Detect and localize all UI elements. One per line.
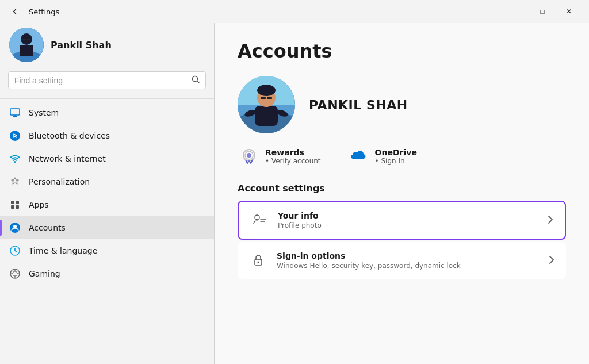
svg-rect-6 [27,39,30,40]
search-input[interactable] [14,76,187,85]
rewards-sub: Verify account [265,157,321,165]
svg-point-19 [13,225,17,228]
maximize-button[interactable]: □ [529,3,556,20]
your-info-title: Your info [278,211,538,220]
personalization-label: Personalization [29,177,90,186]
accounts-icon [9,222,21,233]
bluetooth-label: Bluetooth & devices [29,131,110,140]
nav-divider-top [0,98,214,99]
rewards-service[interactable]: Rewards Verify account [240,147,321,166]
search-box [8,71,206,89]
rewards-icon [240,147,258,166]
sidebar: Pankil Shah [0,23,214,364]
search-icon [192,75,200,85]
account-avatar [238,76,295,133]
svg-rect-39 [267,97,272,99]
app-body: Pankil Shah [0,23,589,364]
time-icon [9,245,21,256]
personalization-icon [9,176,21,187]
account-settings-section: Account settings Your info Profil [238,183,566,279]
your-info-card: Your info Profile photo [238,201,566,240]
sidebar-item-time[interactable]: Time & language [0,239,214,262]
gaming-icon [9,268,21,279]
svg-point-12 [10,131,20,141]
bluetooth-icon [9,130,21,141]
sidebar-item-bluetooth[interactable]: Bluetooth & devices [0,124,214,147]
your-info-row[interactable]: Your info Profile photo [239,202,565,239]
sign-in-chevron [549,255,554,266]
svg-rect-15 [16,201,19,204]
account-card: PANKIL SHAH [238,76,566,133]
page-title: Accounts [238,40,566,62]
svg-rect-38 [261,97,266,99]
accounts-label: Accounts [29,223,66,232]
sidebar-profile: Pankil Shah [0,23,214,71]
svg-rect-17 [16,205,19,209]
apps-icon [9,199,21,210]
system-icon [9,107,21,118]
account-name: PANKIL SHAH [309,98,408,112]
svg-point-46 [255,215,259,220]
sidebar-item-apps[interactable]: Apps [0,193,214,216]
svg-point-50 [258,262,259,263]
sign-in-title: Sign-in options [277,251,540,260]
onedrive-service[interactable]: OneDrive Sign In [350,147,417,166]
svg-line-22 [15,251,17,252]
svg-rect-14 [11,201,14,204]
sidebar-username: Pankil Shah [51,40,112,51]
sign-in-row[interactable]: Sign-in options Windows Hello, security … [238,242,566,279]
sign-in-sub: Windows Hello, security key, password, d… [277,262,540,270]
gaming-label: Gaming [29,269,60,278]
system-label: System [29,108,59,117]
svg-rect-4 [20,45,33,56]
svg-rect-9 [10,109,20,115]
sidebar-avatar [9,28,44,62]
sidebar-item-personalization[interactable]: Personalization [0,170,214,193]
svg-line-8 [197,81,200,83]
rewards-info: Rewards Verify account [265,148,321,165]
sidebar-item-network[interactable]: Network & internet [0,147,214,170]
services-row: Rewards Verify account OneDrive Sign In [238,147,566,166]
close-button[interactable]: ✕ [556,3,582,20]
svg-rect-16 [11,205,14,209]
minimize-button[interactable]: — [503,3,529,20]
svg-point-13 [14,161,16,163]
apps-label: Apps [29,200,49,209]
svg-point-3 [21,33,32,45]
rewards-name: Rewards [265,148,321,157]
sign-in-info: Sign-in options Windows Hello, security … [277,251,540,270]
your-info-sub: Profile photo [278,221,538,229]
svg-rect-5 [22,39,26,40]
svg-point-45 [247,153,251,158]
sign-in-card: Sign-in options Windows Hello, security … [238,242,566,279]
app-title: Settings [29,7,59,16]
main-content: Accounts [215,23,589,364]
onedrive-sub: Sign In [375,157,417,165]
svg-point-37 [257,85,276,96]
titlebar: Settings — □ ✕ [0,0,589,23]
svg-point-24 [13,271,17,276]
network-icon [9,153,21,164]
search-container [0,71,214,96]
svg-rect-33 [255,106,278,126]
window-controls: — □ ✕ [503,3,582,20]
network-label: Network & internet [29,154,106,163]
onedrive-name: OneDrive [375,148,417,157]
account-settings-title: Account settings [238,183,566,194]
sidebar-item-gaming[interactable]: Gaming [0,262,214,285]
sign-in-icon [249,251,267,270]
sidebar-item-accounts[interactable]: Accounts [0,216,214,239]
onedrive-info: OneDrive Sign In [375,148,417,165]
back-button[interactable] [7,3,23,20]
your-info-info: Your info Profile photo [278,211,538,229]
time-label: Time & language [29,246,97,255]
your-info-chevron [548,215,553,226]
sidebar-item-system[interactable]: System [0,101,214,124]
your-info-icon [250,211,269,229]
svg-rect-10 [13,116,17,117]
onedrive-icon [350,147,368,166]
